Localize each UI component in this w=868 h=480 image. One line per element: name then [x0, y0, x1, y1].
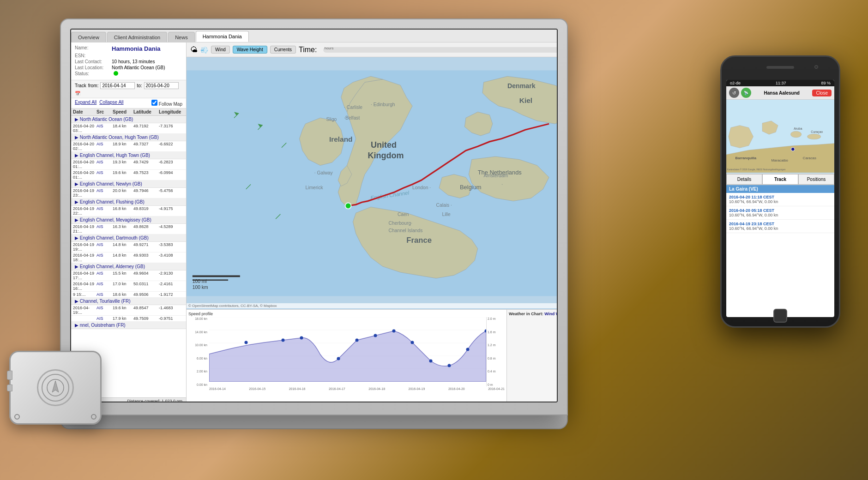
- table-row[interactable]: 9 15:... AIS 18.6 kn 49.9506 -1.9172: [71, 292, 186, 298]
- status-label: Status:: [75, 71, 112, 76]
- tab-hammonia[interactable]: Hammonia Dania: [196, 31, 249, 42]
- phone-close-btn[interactable]: Close: [812, 90, 832, 96]
- svg-text:· Edinburgh: · Edinburgh: [371, 102, 395, 107]
- svg-point-51: [374, 334, 377, 337]
- table-row[interactable]: 2016-04-20 01:... AIS 19.3 kn 49.7429 -6…: [71, 159, 186, 170]
- location-group[interactable]: ▶ English Channel, Mevagissey (GB): [71, 216, 186, 224]
- phone-home-btn[interactable]: [773, 309, 787, 323]
- table-row[interactable]: 2016-04-19 21:... AIS 16.3 kn 49.8628 -4…: [71, 224, 186, 234]
- tab-bar: Overview Client Administration News Hamm…: [71, 30, 557, 42]
- time-slider[interactable]: now hours: [323, 47, 557, 53]
- wind-link[interactable]: Wind: [544, 312, 555, 316]
- svg-text:Denmark: Denmark: [507, 82, 536, 90]
- location-group[interactable]: ▶ Channel, Tourlaville (FR): [71, 298, 186, 305]
- wave-y-axis: 2.0 m 1.6 m 1.2 m 0.8 m 0.4 m 0 m: [486, 317, 505, 386]
- collapse-all-btn[interactable]: Collapse All: [99, 100, 123, 107]
- location-group[interactable]: ▶ English Channel, Dartmouth (GB): [71, 234, 186, 242]
- device-logo: [37, 369, 74, 406]
- map-svg: English Channel Ireland United Kingdom F…: [187, 57, 557, 309]
- svg-point-49: [337, 357, 340, 360]
- follow-map-label: Follow Map: [151, 100, 182, 107]
- svg-text:·: ·: [501, 182, 503, 187]
- list-item[interactable]: 2016-04-20 05:18 CEST 10.60°N, 66.94°W, …: [726, 206, 834, 220]
- distance-covered: Distance covered: 1,023.0 nm: [127, 399, 182, 402]
- calendar-icon[interactable]: 📅: [75, 91, 80, 96]
- location-group[interactable]: ▶ North Atlantic Ocean (GB): [71, 116, 186, 123]
- track-to-input[interactable]: [144, 82, 179, 89]
- esn-row: ESN:: [75, 53, 182, 58]
- expand-all-btn[interactable]: Expand All: [75, 100, 96, 107]
- location-group[interactable]: ▶ North Atlantic Ocean, Hugh Town (GB): [71, 134, 186, 141]
- location-group[interactable]: ▶ English Channel, Alderney (GB): [71, 263, 186, 270]
- svg-text:France: France: [406, 236, 432, 245]
- y-label-0: 0.00 kn: [197, 383, 207, 386]
- bottom-panels: Speed profile 18.00 kn 14.00 kn 10.00 kn…: [187, 309, 557, 402]
- phone-speaker: [766, 66, 794, 69]
- svg-text:Calais ·: Calais ·: [436, 203, 452, 208]
- left-panel: Name: Hammonia Dania ESN: Last Contact: …: [71, 42, 187, 402]
- location-group[interactable]: ▶ English Channel, Newlyn (GB): [71, 180, 186, 188]
- table-row[interactable]: 2016-04-20 03:... AIS 18.4 kn 49.7192 -7…: [71, 123, 186, 134]
- position-coord-1: 10.60°N, 66.94°W, 0.00 kn: [729, 199, 832, 204]
- time-label: Time:: [299, 46, 317, 54]
- device-screw-2: [14, 414, 20, 420]
- table-row[interactable]: 2016-04-19 16:... AIS 17.0 kn 50.0311 -2…: [71, 281, 186, 292]
- wind-icon[interactable]: 💨: [200, 46, 208, 54]
- tab-news[interactable]: News: [168, 32, 195, 42]
- phone-frame: o2-de 11:37 89 % ↺ 📡 Hansa Aalesund Clos…: [720, 55, 840, 328]
- phone-map[interactable]: Aruba Curaçao Barranquilla Maracaibo Car…: [726, 100, 834, 174]
- table-row[interactable]: 2016-04-19 18:... AIS 14.8 kn 49.9303 -3…: [71, 252, 186, 263]
- map-attribution: © OpenStreetMap contributors, CC-BY-SA, …: [187, 303, 557, 308]
- svg-text:Lille: Lille: [442, 212, 451, 217]
- col-lon: Longitude: [159, 109, 184, 114]
- table-row[interactable]: 2016-04-19 23:... AIS 20.0 kn 49.7946 -5…: [71, 188, 186, 198]
- position-time-2: 2016-04-20 05:18 CEST: [729, 208, 832, 213]
- last-location-label: Last Location:: [75, 65, 112, 70]
- svg-point-55: [448, 364, 451, 367]
- phone-map-svg: Aruba Curaçao Barranquilla Maracaibo Car…: [726, 100, 834, 174]
- table-row[interactable]: AIS 17.9 kn 49.7509 -0.9751: [71, 316, 186, 322]
- table-header: Date Src Speed Latitude Longitude: [71, 108, 186, 116]
- wave-height-btn[interactable]: Wave Height: [233, 46, 267, 54]
- position-time-1: 2016-04-20 11:18 CEST: [729, 195, 832, 199]
- svg-point-50: [356, 339, 359, 342]
- phone-refresh-btn[interactable]: ↺: [729, 88, 739, 98]
- svg-text:Kartendaten © 2016 Google, INE: Kartendaten © 2016 Google, INEGI Nutzung…: [727, 168, 786, 171]
- table-row[interactable]: 2016-04-19 19:... AIS 14.8 kn 49.9271 -3…: [71, 242, 186, 252]
- device-connector: [7, 371, 12, 380]
- laptop-screen: Overview Client Administration News Hamm…: [70, 29, 558, 402]
- list-item[interactable]: 2016-04-20 11:18 CEST 10.60°N, 66.94°W, …: [726, 193, 834, 206]
- svg-text:London ·: London ·: [412, 185, 431, 190]
- weather-icon[interactable]: 🌤: [190, 46, 198, 54]
- table-row[interactable]: 2016-04-19 22:... AIS 16.8 kn 49.8319 -4…: [71, 206, 186, 216]
- table-row[interactable]: 2016-04-20 01:... AIS 19.6 kn 49.7523 -6…: [71, 170, 186, 180]
- phone-tab-track[interactable]: Track: [762, 174, 798, 185]
- svg-point-59: [790, 131, 801, 138]
- table-row[interactable]: 2016-04-19 17:... AIS 15.5 kn 49.9604 -2…: [71, 270, 186, 281]
- content-area: Name: Hammonia Dania ESN: Last Contact: …: [71, 42, 557, 402]
- list-item[interactable]: 2016-04-19 23:18 CEST 10.60°N, 66.94°W, …: [726, 220, 834, 233]
- phone-tab-positions[interactable]: Positions: [798, 174, 834, 185]
- svg-text:100 km: 100 km: [193, 285, 208, 290]
- phone-position-list: 2016-04-20 11:18 CEST 10.60°N, 66.94°W, …: [726, 193, 834, 299]
- currents-btn[interactable]: Currents: [270, 46, 296, 54]
- device-screw-1: [91, 414, 96, 420]
- table-row[interactable]: 2016-04-20 02:... AIS 18.9 kn 49.7327 -6…: [71, 141, 186, 152]
- map-container[interactable]: English Channel Ireland United Kingdom F…: [187, 57, 557, 309]
- location-group[interactable]: ▶ nnel, Ouistreham (FR): [71, 322, 186, 329]
- svg-text:Limerick: Limerick: [305, 185, 323, 190]
- phone-vessel-name: Hansa Aalesund: [753, 90, 810, 96]
- svg-point-54: [429, 360, 433, 363]
- tab-overview[interactable]: Overview: [71, 32, 106, 42]
- table-row[interactable]: 2016-04-19:... AIS 19.6 kn 49.8547 -1.46…: [71, 305, 186, 316]
- wave-link[interactable]: Wave: [556, 312, 557, 316]
- location-group[interactable]: ▶ English Channel, Flushing (GB): [71, 198, 186, 206]
- track-from-input[interactable]: [100, 82, 135, 89]
- phone-container: o2-de 11:37 89 % ↺ 📡 Hansa Aalesund Clos…: [720, 55, 840, 332]
- follow-map-checkbox[interactable]: [151, 100, 157, 106]
- svg-text:·Belfast: ·Belfast: [344, 115, 360, 120]
- tab-client-admin[interactable]: Client Administration: [107, 32, 167, 42]
- phone-tab-details[interactable]: Details: [726, 174, 762, 185]
- location-group[interactable]: ▶ English Channel, Hugh Town (GB): [71, 152, 186, 159]
- wind-btn[interactable]: Wind: [211, 46, 230, 54]
